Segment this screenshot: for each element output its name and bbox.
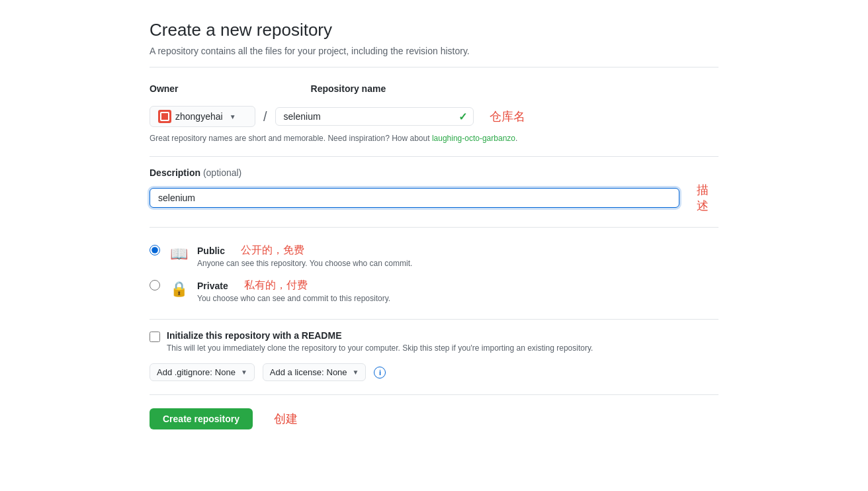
- desc-divider: [150, 156, 718, 157]
- readme-section: Initialize this repository with a README…: [150, 319, 718, 381]
- readme-checkbox[interactable]: [150, 332, 160, 342]
- lock-icon: 🔒: [170, 281, 188, 298]
- owner-repo-row: zhongyehai ▼ / ✓ 仓库名: [150, 106, 718, 127]
- owner-name: zhongyehai: [175, 111, 223, 122]
- public-text: Public 公开的，免费 Anyone can see this reposi…: [197, 244, 412, 268]
- description-row: 描述: [150, 182, 718, 214]
- gitignore-label: Add .gitignore:: [157, 367, 212, 377]
- slash-separator: /: [261, 109, 270, 124]
- private-annotation: 私有的，付费: [244, 279, 308, 292]
- suggestion-link[interactable]: laughing-octo-garbanzo: [432, 134, 515, 143]
- description-section: Description (optional) 描述: [150, 167, 718, 214]
- readme-option: Initialize this repository with a README…: [150, 330, 718, 353]
- description-label: Description (optional): [150, 167, 718, 178]
- field-labels-row: Owner Repository name: [150, 83, 718, 98]
- hint-text: Great repository names are short and mem…: [150, 134, 718, 143]
- hint-end: .: [515, 134, 517, 143]
- gitignore-dropdown[interactable]: Add .gitignore: None ▼: [150, 363, 255, 381]
- gitignore-value: None: [215, 367, 236, 377]
- repo-name-label: Repository name: [311, 83, 386, 94]
- owner-avatar: [158, 110, 171, 123]
- public-option: 📖 Public 公开的，免费 Anyone can see this repo…: [150, 244, 718, 268]
- bottom-divider: [150, 394, 718, 395]
- create-annotation: 创建: [274, 411, 298, 427]
- visibility-divider: [150, 227, 718, 228]
- description-label-text: Description: [150, 167, 200, 178]
- owner-avatar-inner: [160, 112, 169, 121]
- create-row: Create repository 创建: [150, 408, 718, 429]
- readme-title: Initialize this repository with a README: [167, 330, 341, 341]
- page-subtitle: A repository contains all the files for …: [150, 46, 718, 56]
- page-title: Create a new repository: [150, 20, 718, 40]
- license-dropdown[interactable]: Add a license: None ▼: [263, 363, 367, 381]
- private-icon: 🔒: [168, 279, 189, 300]
- private-text: Private 私有的，付费 You choose who can see an…: [197, 279, 390, 303]
- private-desc: You choose who can see and commit to thi…: [197, 294, 390, 303]
- owner-label: Owner: [150, 83, 179, 94]
- public-icon: 📖: [168, 244, 189, 265]
- info-icon[interactable]: i: [374, 367, 386, 379]
- dropdown-caret: ▼: [230, 113, 236, 120]
- license-value: None: [327, 367, 347, 377]
- public-annotation: 公开的，免费: [241, 244, 304, 257]
- readme-text: Initialize this repository with a README…: [167, 330, 593, 353]
- gitignore-caret: ▼: [241, 369, 247, 376]
- public-radio[interactable]: [150, 245, 160, 255]
- top-divider: [150, 67, 718, 67]
- page-container: Create a new repository A repository con…: [136, 0, 732, 456]
- repo-name-wrapper: ✓: [275, 107, 474, 126]
- license-caret: ▼: [353, 369, 359, 376]
- private-radio[interactable]: [150, 280, 160, 290]
- license-label: Add a license:: [270, 367, 324, 377]
- description-optional-text: (optional): [203, 167, 241, 178]
- extra-options-row: Add .gitignore: None ▼ Add a license: No…: [150, 363, 718, 381]
- create-repository-button[interactable]: Create repository: [150, 408, 253, 429]
- private-title-row: Private 私有的，付费: [197, 279, 390, 292]
- private-label: Private: [197, 281, 228, 291]
- book-icon: 📖: [170, 246, 188, 263]
- private-option: 🔒 Private 私有的，付费 You choose who can see …: [150, 279, 718, 303]
- public-label: Public: [197, 246, 225, 256]
- public-title-row: Public 公开的，免费: [197, 244, 412, 257]
- readme-desc: This will let you immediately clone the …: [167, 343, 593, 353]
- description-input[interactable]: [150, 188, 679, 208]
- repo-name-annotation: 仓库名: [490, 109, 525, 124]
- description-annotation: 描述: [697, 182, 718, 214]
- owner-dropdown[interactable]: zhongyehai ▼: [150, 106, 255, 127]
- repo-name-input[interactable]: [275, 107, 474, 126]
- check-icon: ✓: [458, 111, 467, 123]
- public-desc: Anyone can see this repository. You choo…: [197, 259, 412, 268]
- owner-repo-section: Owner Repository name zhongyehai ▼ / ✓ 仓…: [150, 83, 718, 143]
- visibility-section: 📖 Public 公开的，免费 Anyone can see this repo…: [150, 244, 718, 303]
- hint-prefix: Great repository names are short and mem…: [150, 134, 432, 143]
